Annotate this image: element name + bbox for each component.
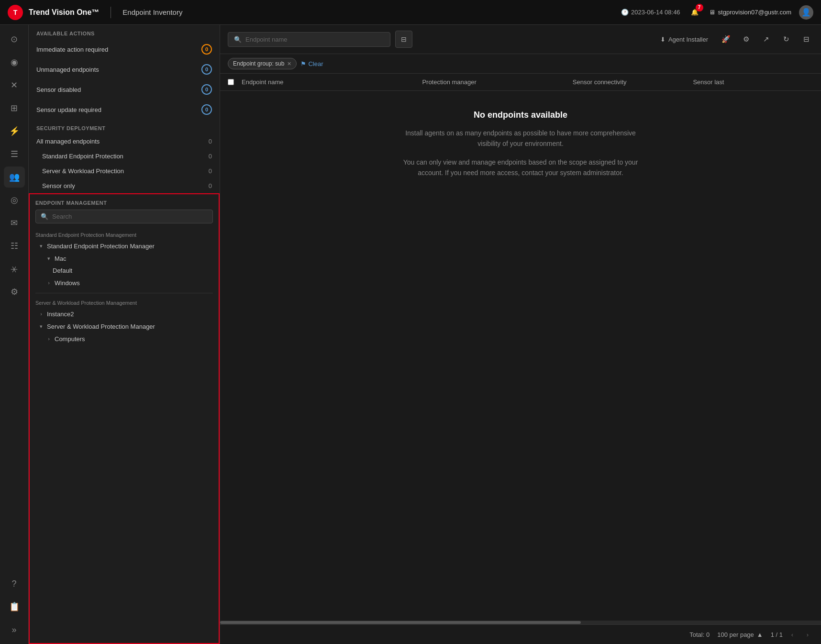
notifications-badge: 7 [696,4,703,11]
per-page-selector[interactable]: 100 per page ▲ [717,631,763,638]
avatar[interactable]: 👤 [799,5,813,20]
col-sensor-last-header: Sensor last [693,78,813,86]
tree-computers[interactable]: › Computers [35,333,213,345]
refresh-icon: ↻ [783,35,789,44]
clear-icon: ⚑ [300,60,306,67]
tree-swp-manager[interactable]: ▾ Server & Workload Protection Manager [35,320,213,333]
search-icon: 🔍 [41,213,48,220]
pagination: 1 / 1 ‹ › [771,629,813,640]
columns-button[interactable]: ⊟ [799,32,813,46]
user-icon: 🖥 [709,9,715,16]
refresh-button[interactable]: ↻ [779,32,793,46]
rocket-icon: 🚀 [721,35,731,44]
sidebar-item-deployment[interactable]: 📋 [4,596,25,617]
horizontal-scrollbar[interactable] [220,621,821,624]
security-std-ep[interactable]: Standard Endpoint Protection 0 [29,149,220,164]
security-deployment-label: SECURITY DEPLOYMENT [29,120,220,134]
agent-installer-button[interactable]: ⬇ Agent Installer [655,33,713,46]
security-all-managed-label: All managed endpoints [36,138,209,145]
header-divider [111,7,111,18]
action-immediate[interactable]: Immediate action required 0 [29,39,220,59]
endpoint-management-box: ENDPOINT MANAGEMENT 🔍 Standard Endpoint … [29,193,220,644]
filter-button[interactable]: ⊟ [395,31,412,48]
tree-windows[interactable]: › Windows [35,277,213,289]
security-all-managed-count: 0 [209,138,212,145]
page-title: Endpoint Inventory [122,8,182,16]
filter-tag-endpoint-group: Endpoint group: sub ✕ [228,58,297,69]
sidebar-item-inventory[interactable]: ☷ [4,235,25,256]
action-sensor-disabled[interactable]: Sensor disabled 0 [29,79,220,100]
chevron-right-icon-computers: › [45,335,53,343]
gear-button[interactable]: ⚙ [739,32,753,46]
clear-filters-button[interactable]: ⚑ Clear [300,60,323,67]
chevron-right-icon-instance2: › [37,310,45,318]
chevron-up-icon: ▲ [757,631,763,638]
security-swp-count: 0 [209,167,212,175]
prev-page-button[interactable]: ‹ [787,629,798,640]
filter-tag-remove-button[interactable]: ✕ [287,61,291,67]
security-swp[interactable]: Server & Workload Protection 0 [29,164,220,178]
tree-std-manager[interactable]: ▾ Standard Endpoint Protection Manager [35,240,213,252]
sidebar-item-expand[interactable]: » [4,619,25,640]
sidebar-item-settings[interactable]: ⚙ [4,281,25,302]
total-count: Total: 0 [689,631,710,638]
col-protection-header: Protection manager [422,78,572,86]
endpoint-search-input[interactable] [52,213,208,220]
empty-state: No endpoints available Install agents on… [220,91,821,198]
notifications-button[interactable]: 🔔 7 [688,6,701,19]
std-manager-label: Standard Endpoint Protection Manager [47,243,155,250]
endpoint-name-input[interactable] [245,36,384,43]
security-std-ep-count: 0 [209,153,212,160]
action-unmanaged[interactable]: Unmanaged endpoints 0 [29,59,220,79]
computers-label: Computers [55,335,85,343]
swp-manager-label: Server & Workload Protection Manager [47,323,155,330]
security-sensor-only[interactable]: Sensor only 0 [29,178,220,193]
action-sensor-update[interactable]: Sensor update required 0 [29,100,220,120]
available-actions-label: AVAILABLE ACTIONS [29,25,220,39]
sidebar-item-compliance[interactable]: ☰ [4,144,25,165]
endpoint-search-box: 🔍 [35,210,213,223]
tree-mac[interactable]: ▾ Mac [35,252,213,265]
sidebar-item-attack-surface[interactable]: ⚹ [4,258,25,279]
main-layout: ⊙ ◉ ✕ ⊞ ⚡ ☰ 👥 ◎ ✉ ☷ ⚹ ⚙ ? 📋 » AVAILABLE … [0,25,821,644]
action-sensor-update-badge: 0 [201,104,212,115]
security-sensor-only-label: Sensor only [42,182,209,189]
action-unmanaged-badge: 0 [201,64,212,75]
default-label: Default [53,267,72,274]
security-swp-label: Server & Workload Protection [42,167,209,175]
app-title: Trend Vision One™ [29,8,99,17]
next-page-button[interactable]: › [802,629,813,640]
security-sensor-only-count: 0 [209,182,212,189]
sidebar-item-home[interactable]: ⊙ [4,29,25,50]
sidebar-item-close[interactable]: ✕ [4,75,25,96]
windows-label: Windows [55,279,80,287]
swp-section-label: Server & Workload Protection Management [35,297,213,308]
sidebar-item-dashboard[interactable]: ◉ [4,52,25,73]
bottom-bar: Total: 0 100 per page ▲ 1 / 1 ‹ › [220,624,821,644]
sidebar-item-endpoint[interactable]: 👥 [4,167,25,188]
action-immediate-label: Immediate action required [36,46,201,53]
export-button[interactable]: ↗ [759,32,773,46]
tree-default[interactable]: Default [35,265,213,277]
gear-icon: ⚙ [743,35,749,44]
rocket-button[interactable]: 🚀 [719,32,733,46]
security-std-ep-label: Standard Endpoint Protection [42,153,209,160]
instance2-label: Instance2 [47,311,74,318]
toolbar-right: ⬇ Agent Installer 🚀 ⚙ ↗ ↻ ⊟ [655,32,813,46]
security-all-managed[interactable]: All managed endpoints 0 [29,134,220,149]
toolbar: 🔍 ⊟ ⬇ Agent Installer 🚀 ⚙ ↗ [220,25,821,54]
logo-icon[interactable]: T [8,5,23,20]
action-sensor-update-label: Sensor update required [36,106,201,113]
header-time: 🕐 2023-06-14 08:46 [621,9,680,16]
sidebar-item-email[interactable]: ✉ [4,212,25,233]
sidebar-item-investigations[interactable]: ⊞ [4,98,25,119]
sidebar-item-vulnerability[interactable]: ◎ [4,189,25,211]
select-all-checkbox[interactable] [228,79,234,85]
sidebar-item-help[interactable]: ? [4,573,25,594]
tree-instance2[interactable]: › Instance2 [35,308,213,320]
endpoint-name-search: 🔍 [228,32,390,47]
action-immediate-badge: 0 [201,44,212,55]
scrollbar-thumb[interactable] [220,621,581,624]
empty-desc-1: Install agents on as many endpoints as p… [401,128,640,149]
sidebar-item-threat[interactable]: ⚡ [4,121,25,142]
